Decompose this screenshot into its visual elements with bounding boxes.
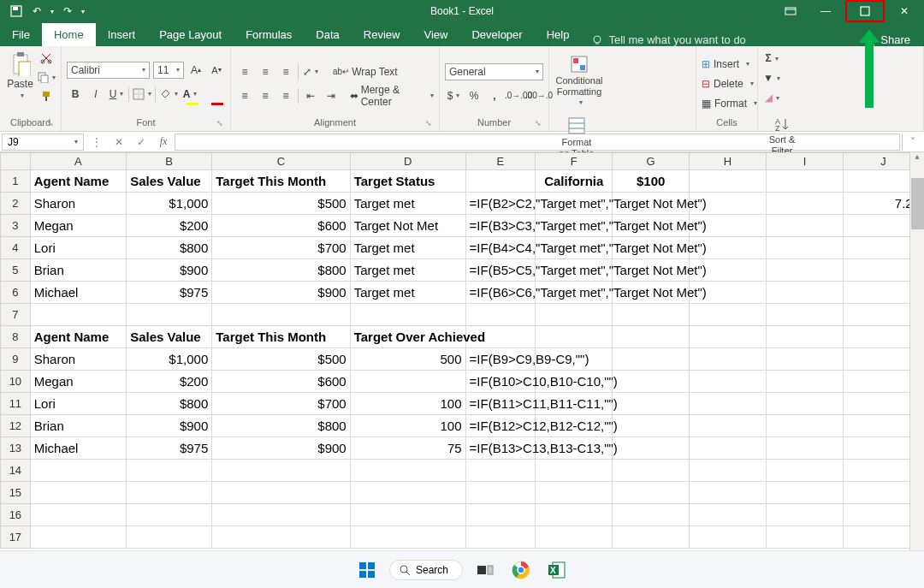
- cell-D13[interactable]: 75: [350, 437, 465, 460]
- cell-B5[interactable]: $900: [127, 259, 212, 282]
- cell-I16[interactable]: [767, 504, 844, 526]
- align-left-button[interactable]: ≡: [236, 87, 253, 104]
- cell-A13[interactable]: Michael: [30, 437, 126, 460]
- cell-D4[interactable]: Target met: [350, 237, 465, 259]
- share-button[interactable]: Share: [864, 33, 924, 46]
- cell-G17[interactable]: [613, 526, 690, 549]
- row-header-11[interactable]: 11: [1, 393, 31, 415]
- cell-D2[interactable]: Target met: [350, 193, 465, 215]
- cell-A1[interactable]: Agent Name: [30, 170, 126, 193]
- format-cells-button[interactable]: ▦Format▾: [702, 95, 752, 112]
- minimize-button[interactable]: —: [806, 0, 845, 22]
- cell-G7[interactable]: [613, 304, 690, 326]
- cell-H10[interactable]: [690, 371, 767, 393]
- cell-G16[interactable]: [613, 504, 690, 526]
- clear-button[interactable]: ◢▾: [763, 89, 780, 106]
- cell-B14[interactable]: [127, 460, 212, 482]
- row-header-1[interactable]: 1: [1, 170, 31, 193]
- cell-E17[interactable]: [465, 526, 536, 549]
- alignment-launcher[interactable]: ⤡: [425, 119, 432, 128]
- cell-I6[interactable]: [767, 282, 844, 304]
- cell-G1[interactable]: $100: [613, 170, 690, 193]
- cell-G10[interactable]: [613, 371, 690, 393]
- cell-C3[interactable]: $600: [212, 215, 350, 237]
- cell-A14[interactable]: [30, 460, 126, 482]
- wrap-text-button[interactable]: ab↵Wrap Text: [333, 63, 398, 80]
- cell-A12[interactable]: Brian: [30, 415, 126, 437]
- tab-review[interactable]: Review: [352, 23, 412, 46]
- col-header-H[interactable]: H: [690, 153, 767, 170]
- cell-B4[interactable]: $800: [127, 237, 212, 259]
- row-header-7[interactable]: 7: [1, 304, 31, 326]
- cell-G12[interactable]: [613, 415, 690, 437]
- paste-button[interactable]: Paste ▾: [5, 50, 35, 101]
- cell-B2[interactable]: $1,000: [127, 193, 212, 215]
- font-size-select[interactable]: 11▾: [153, 62, 184, 79]
- cell-B16[interactable]: [127, 504, 212, 526]
- copy-button[interactable]: ▾: [37, 68, 56, 86]
- qat-redo[interactable]: ↷: [58, 2, 77, 21]
- cell-E10[interactable]: =IF(B10>C10,B10-C10,""): [465, 371, 536, 393]
- tab-page-layout[interactable]: Page Layout: [147, 23, 234, 46]
- orientation-button[interactable]: ⤢▾: [302, 63, 319, 80]
- cell-I1[interactable]: [767, 170, 844, 193]
- conditional-formatting-button[interactable]: Conditional Formatting▾: [554, 50, 604, 111]
- cell-C16[interactable]: [212, 504, 350, 526]
- enter-formula-button[interactable]: ✓: [130, 133, 152, 151]
- cell-E4[interactable]: =IF(B4>C4,"Target met","Target Not Met"): [465, 237, 536, 259]
- comma-format-button[interactable]: ,: [486, 87, 503, 104]
- cell-I11[interactable]: [767, 393, 844, 415]
- cell-E15[interactable]: [465, 482, 536, 504]
- col-header-D[interactable]: D: [350, 153, 465, 170]
- cell-C8[interactable]: Target This Month: [212, 326, 350, 348]
- taskbar-search[interactable]: Search: [389, 560, 463, 580]
- cell-E13[interactable]: =IF(B13>C13,B13-C13,""): [465, 437, 536, 460]
- row-header-5[interactable]: 5: [1, 259, 31, 282]
- cell-E5[interactable]: =IF(B5>C5,"Target met","Target Not Met"): [465, 259, 536, 282]
- cell-C10[interactable]: $600: [212, 371, 350, 393]
- cell-E11[interactable]: =IF(B11>C11,B11-C11,""): [465, 393, 536, 415]
- cell-F7[interactable]: [536, 304, 613, 326]
- cell-B13[interactable]: $975: [127, 437, 212, 460]
- cell-I9[interactable]: [767, 348, 844, 371]
- cell-E12[interactable]: =IF(B12>C12,B12-C12,""): [465, 415, 536, 437]
- cell-G11[interactable]: [613, 393, 690, 415]
- cell-C9[interactable]: $500: [212, 348, 350, 371]
- cell-B8[interactable]: Sales Value: [127, 326, 212, 348]
- cell-F14[interactable]: [536, 460, 613, 482]
- font-launcher[interactable]: ⤡: [216, 119, 223, 128]
- qat-customize[interactable]: ▾: [79, 2, 87, 21]
- increase-indent-button[interactable]: ⇥: [323, 87, 340, 104]
- row-header-9[interactable]: 9: [1, 348, 31, 371]
- cell-D16[interactable]: [350, 504, 465, 526]
- row-header-6[interactable]: 6: [1, 282, 31, 304]
- cell-C13[interactable]: $900: [212, 437, 350, 460]
- row-header-12[interactable]: 12: [1, 415, 31, 437]
- cell-I14[interactable]: [767, 460, 844, 482]
- align-top-button[interactable]: ≡: [236, 63, 253, 80]
- col-header-C[interactable]: C: [212, 153, 350, 170]
- cell-C2[interactable]: $500: [212, 193, 350, 215]
- qat-undo[interactable]: ↶: [27, 2, 46, 21]
- cell-F16[interactable]: [536, 504, 613, 526]
- tab-developer[interactable]: Developer: [459, 23, 534, 46]
- percent-format-button[interactable]: %: [465, 87, 483, 104]
- cell-I3[interactable]: [767, 215, 844, 237]
- cell-F1[interactable]: California: [536, 170, 613, 193]
- row-header-8[interactable]: 8: [1, 326, 31, 348]
- cell-C17[interactable]: [212, 526, 350, 549]
- cell-C5[interactable]: $800: [212, 259, 350, 282]
- row-header-4[interactable]: 4: [1, 237, 31, 259]
- cell-D3[interactable]: Target Not Met: [350, 215, 465, 237]
- name-box[interactable]: J9▾: [2, 134, 84, 151]
- align-bottom-button[interactable]: ≡: [277, 63, 294, 80]
- cell-A6[interactable]: Michael: [30, 282, 126, 304]
- tab-insert[interactable]: Insert: [96, 23, 148, 46]
- cell-B7[interactable]: [127, 304, 212, 326]
- cell-F15[interactable]: [536, 482, 613, 504]
- cell-H8[interactable]: [690, 326, 767, 348]
- col-header-I[interactable]: I: [767, 153, 844, 170]
- decrease-decimal-button[interactable]: .00→.0: [530, 87, 548, 104]
- col-header-B[interactable]: B: [127, 153, 212, 170]
- tab-data[interactable]: Data: [304, 23, 351, 46]
